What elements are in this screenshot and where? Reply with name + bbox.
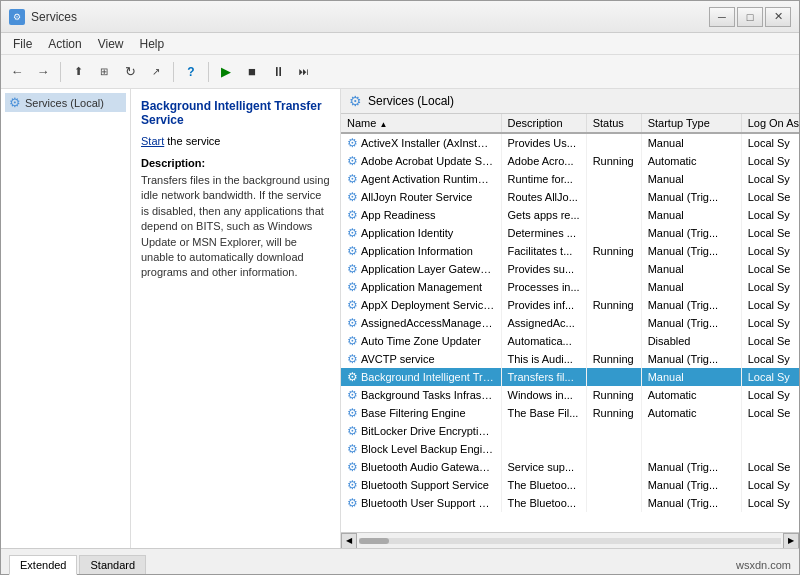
- service-icon: ⚙: [347, 478, 358, 492]
- service-icon: ⚙: [347, 388, 358, 402]
- cell-logon: Local Sy: [741, 350, 799, 368]
- minimize-button[interactable]: ─: [709, 7, 735, 27]
- play-button[interactable]: ▶: [214, 60, 238, 84]
- scroll-thumb[interactable]: [359, 538, 389, 544]
- table-row[interactable]: ⚙Application Layer Gateway ... Provides …: [341, 260, 799, 278]
- services-header-title: Services (Local): [368, 94, 454, 108]
- table-row[interactable]: ⚙Application Information Facilitates t..…: [341, 242, 799, 260]
- scroll-track[interactable]: [359, 538, 781, 544]
- cell-description: Transfers fil...: [501, 368, 586, 386]
- services-header: ⚙ Services (Local): [341, 89, 799, 114]
- cell-description: [501, 422, 586, 440]
- up-button[interactable]: ⬆: [66, 60, 90, 84]
- cell-status: [586, 188, 641, 206]
- cell-status: Running: [586, 152, 641, 170]
- table-row[interactable]: ⚙Bluetooth Support Service The Bluetoo..…: [341, 476, 799, 494]
- help-button[interactable]: ?: [179, 60, 203, 84]
- table-row[interactable]: ⚙Adobe Acrobat Update Serv... Adobe Acro…: [341, 152, 799, 170]
- scroll-right-btn[interactable]: ▶: [783, 533, 799, 549]
- cell-logon: Local Sy: [741, 476, 799, 494]
- table-row[interactable]: ⚙Background Intelligent Tra... Transfers…: [341, 368, 799, 386]
- menu-file[interactable]: File: [5, 35, 40, 53]
- cell-description: Provides Us...: [501, 133, 586, 152]
- table-row[interactable]: ⚙Bluetooth Audio Gateway S... Service su…: [341, 458, 799, 476]
- cell-name: ⚙Bluetooth User Support Ser...: [341, 494, 501, 512]
- app-icon: ⚙: [9, 9, 25, 25]
- table-row[interactable]: ⚙Auto Time Zone Updater Automatica... Di…: [341, 332, 799, 350]
- service-icon: ⚙: [347, 496, 358, 510]
- cell-status: [586, 278, 641, 296]
- table-row[interactable]: ⚙AllJoyn Router Service Routes AllJo... …: [341, 188, 799, 206]
- cell-logon: Local Sy: [741, 206, 799, 224]
- show-hide-button[interactable]: ⊞: [92, 60, 116, 84]
- cell-description: The Base Fil...: [501, 404, 586, 422]
- menu-view[interactable]: View: [90, 35, 132, 53]
- table-row[interactable]: ⚙AssignedAccessManager Se... AssignedAc.…: [341, 314, 799, 332]
- service-icon: ⚙: [347, 424, 358, 438]
- cell-description: [501, 440, 586, 458]
- col-header-logon[interactable]: Log On As: [741, 114, 799, 133]
- start-suffix: the service: [164, 135, 220, 147]
- table-row[interactable]: ⚙Agent Activation Runtime_... Runtime fo…: [341, 170, 799, 188]
- cell-startup: Manual: [641, 368, 741, 386]
- cell-name: ⚙AppX Deployment Service (...: [341, 296, 501, 314]
- back-button[interactable]: ←: [5, 60, 29, 84]
- cell-description: AssignedAc...: [501, 314, 586, 332]
- service-icon: ⚙: [347, 442, 358, 456]
- forward-button[interactable]: →: [31, 60, 55, 84]
- service-icon: ⚙: [347, 226, 358, 240]
- export-button[interactable]: ↗: [144, 60, 168, 84]
- restart-button[interactable]: ⏭: [292, 60, 316, 84]
- pause-button[interactable]: ⏸: [266, 60, 290, 84]
- maximize-button[interactable]: □: [737, 7, 763, 27]
- table-row[interactable]: ⚙AVCTP service This is Audi... Running M…: [341, 350, 799, 368]
- horizontal-scrollbar[interactable]: ◀ ▶: [341, 532, 799, 548]
- table-row[interactable]: ⚙Application Management Processes in... …: [341, 278, 799, 296]
- cell-name: ⚙BitLocker Drive Encryption ...: [341, 422, 501, 440]
- refresh-button[interactable]: ↻: [118, 60, 142, 84]
- service-icon: ⚙: [347, 298, 358, 312]
- cell-name: ⚙App Readiness: [341, 206, 501, 224]
- table-row[interactable]: ⚙AppX Deployment Service (... Provides i…: [341, 296, 799, 314]
- cell-logon: Local Sy: [741, 314, 799, 332]
- tab-extended[interactable]: Extended: [9, 555, 77, 575]
- cell-startup: Manual (Trig...: [641, 314, 741, 332]
- col-header-description[interactable]: Description: [501, 114, 586, 133]
- table-row[interactable]: ⚙App Readiness Gets apps re... Manual Lo…: [341, 206, 799, 224]
- table-row[interactable]: ⚙BitLocker Drive Encryption ...: [341, 422, 799, 440]
- cell-startup: Automatic: [641, 152, 741, 170]
- table-row[interactable]: ⚙Block Level Backup Engine ...: [341, 440, 799, 458]
- col-header-status[interactable]: Status: [586, 114, 641, 133]
- cell-logon: Local Se: [741, 404, 799, 422]
- cell-startup: Manual (Trig...: [641, 458, 741, 476]
- service-icon: ⚙: [347, 208, 358, 222]
- menu-help[interactable]: Help: [132, 35, 173, 53]
- sidebar-item-services-local[interactable]: ⚙ Services (Local): [5, 93, 126, 112]
- cell-name: ⚙Background Intelligent Tra...: [341, 368, 501, 386]
- col-header-name[interactable]: Name ▲: [341, 114, 501, 133]
- menu-action[interactable]: Action: [40, 35, 89, 53]
- table-container[interactable]: Name ▲ Description Status Startup Type: [341, 114, 799, 532]
- separator-2: [173, 62, 174, 82]
- stop-button[interactable]: ■: [240, 60, 264, 84]
- close-button[interactable]: ✕: [765, 7, 791, 27]
- table-row[interactable]: ⚙ActiveX Installer (AxInstSV) Provides U…: [341, 133, 799, 152]
- table-row[interactable]: ⚙Bluetooth User Support Ser... The Bluet…: [341, 494, 799, 512]
- cell-logon: Local Sy: [741, 278, 799, 296]
- cell-startup: Manual: [641, 278, 741, 296]
- col-header-startup[interactable]: Startup Type: [641, 114, 741, 133]
- window-title: Services: [31, 10, 77, 24]
- service-icon: ⚙: [347, 136, 358, 150]
- scroll-left-btn[interactable]: ◀: [341, 533, 357, 549]
- tab-standard[interactable]: Standard: [79, 555, 146, 574]
- cell-name: ⚙ActiveX Installer (AxInstSV): [341, 133, 501, 152]
- cell-name: ⚙Bluetooth Audio Gateway S...: [341, 458, 501, 476]
- table-row[interactable]: ⚙Base Filtering Engine The Base Fil... R…: [341, 404, 799, 422]
- menu-bar: File Action View Help: [1, 33, 799, 55]
- start-service-link[interactable]: Start: [141, 135, 164, 147]
- status-bar-text: wsxdn.com: [736, 559, 791, 574]
- tabs-bar: Extended Standard wsxdn.com: [1, 548, 799, 574]
- table-row[interactable]: ⚙Application Identity Determines ... Man…: [341, 224, 799, 242]
- table-row[interactable]: ⚙Background Tasks Infrastru... Windows i…: [341, 386, 799, 404]
- cell-status: [586, 170, 641, 188]
